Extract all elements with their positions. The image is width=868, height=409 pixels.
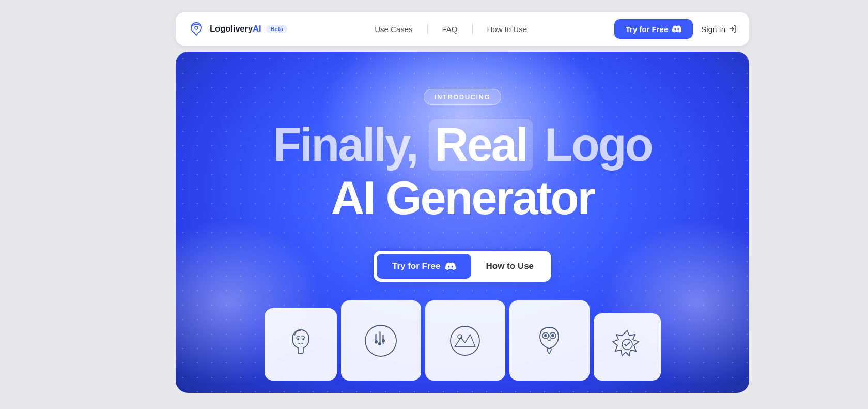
badge-logo-icon xyxy=(607,326,648,368)
logo-card-face xyxy=(265,308,337,381)
owl-logo-icon xyxy=(529,320,570,361)
svg-point-8 xyxy=(382,339,385,342)
logo-card-owl xyxy=(509,300,590,381)
face-logo-icon xyxy=(280,324,321,365)
hero-title-line2: AI Generator xyxy=(273,173,652,224)
equalizer-logo-icon xyxy=(360,320,401,361)
hero-cta-container: Try for Free How to Use xyxy=(374,251,551,282)
navbar: LogoliveryAI Beta Use Cases FAQ How to U… xyxy=(176,12,749,46)
svg-point-7 xyxy=(378,342,381,345)
nav-links: Use Cases FAQ How to Use xyxy=(360,24,541,34)
logo-text: LogoliveryAI xyxy=(210,24,261,34)
logo-link[interactable]: LogoliveryAI Beta xyxy=(188,21,287,37)
introducing-badge: INTRODUCING xyxy=(424,89,501,105)
svg-point-14 xyxy=(544,334,547,337)
nav-use-cases[interactable]: Use Cases xyxy=(360,25,427,34)
svg-point-2 xyxy=(302,338,304,340)
sign-in-button[interactable]: Sign In xyxy=(701,25,737,34)
sign-in-icon xyxy=(729,25,737,33)
hero-title-line1: Finally, Real Logo xyxy=(273,119,652,171)
logo-icon xyxy=(188,21,205,37)
logo-showcase xyxy=(254,300,671,381)
nav-how-to-use[interactable]: How to Use xyxy=(473,25,542,34)
beta-badge: Beta xyxy=(266,25,287,33)
svg-rect-4 xyxy=(379,331,381,344)
hero-how-to-use-button[interactable]: How to Use xyxy=(471,254,548,279)
nav-try-free-button[interactable]: Try for Free xyxy=(614,19,693,39)
svg-point-1 xyxy=(297,338,299,340)
svg-point-11 xyxy=(458,335,462,339)
logo-card-landscape xyxy=(425,300,505,381)
hero-title: Finally, Real Logo AI Generator xyxy=(273,119,652,224)
svg-point-10 xyxy=(451,326,479,355)
logo-card-equalizer xyxy=(341,300,421,381)
svg-point-15 xyxy=(551,334,554,337)
logo-card-badge xyxy=(594,313,661,381)
hero-section: INTRODUCING Finally, Real Logo AI Genera… xyxy=(176,52,749,393)
landscape-logo-icon xyxy=(444,320,486,361)
hero-try-free-button[interactable]: Try for Free xyxy=(377,254,472,279)
page-wrapper: LogoliveryAI Beta Use Cases FAQ How to U… xyxy=(0,0,868,409)
nav-faq[interactable]: FAQ xyxy=(428,25,472,34)
nav-actions: Try for Free Sign In xyxy=(614,19,737,39)
hero-discord-icon xyxy=(445,261,456,271)
svg-point-9 xyxy=(375,340,378,343)
discord-icon xyxy=(672,24,681,34)
real-highlight: Real xyxy=(429,119,533,171)
